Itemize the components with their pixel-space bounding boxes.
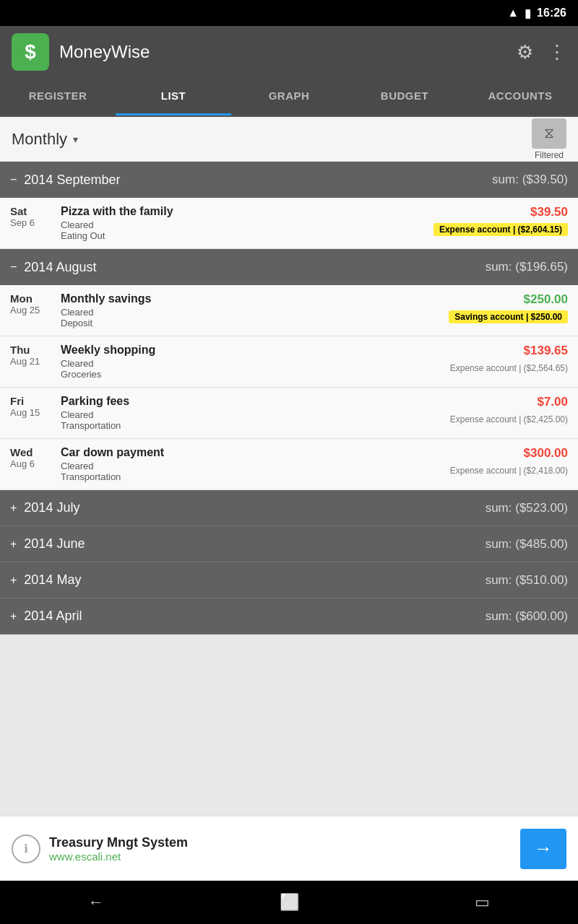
tx-day: Thu [10, 344, 61, 356]
tx-amount: $300.00 [450, 446, 568, 461]
tx-account-text: Expense account | ($2,418.00) [450, 466, 568, 476]
filter-button[interactable]: ⧖ [532, 118, 566, 149]
ad-text: Treasury Mngt System www.escali.net [49, 835, 520, 863]
filter-bar: Monthly ▾ ⧖ Filtered [0, 117, 578, 162]
tx-date-num: Aug 6 [10, 458, 61, 469]
month-sum-jul2014: sum: ($523.00) [486, 501, 568, 515]
table-row[interactable]: Wed Aug 6 Car down payment Cleared Trans… [0, 439, 578, 490]
table-row[interactable]: Sat Sep 6 Pizza with the family Cleared … [0, 198, 578, 249]
tx-date: Thu Aug 21 [10, 344, 61, 367]
month-header-sep2014[interactable]: − 2014 September sum: ($39.50) [0, 162, 578, 198]
settings-icon[interactable]: ⚙ [517, 41, 533, 64]
tx-date-num: Aug 25 [10, 305, 61, 315]
funnel-icon: ⧖ [544, 125, 554, 141]
status-bar: ▲ ▮ 16:26 [0, 0, 578, 26]
expand-icon-apr: + [10, 610, 17, 623]
tab-graph[interactable]: GRAPH [231, 78, 347, 116]
tx-category: Transportation [61, 420, 450, 431]
tx-amount: $7.00 [450, 395, 568, 409]
month-sum-apr2014: sum: ($600.00) [486, 609, 568, 624]
tab-list[interactable]: LIST [116, 78, 231, 116]
expand-icon-may: + [10, 574, 17, 587]
tx-name: Weekly shopping [61, 344, 450, 357]
tx-status: Cleared [61, 219, 434, 230]
expand-icon-jul: + [10, 502, 17, 515]
tx-details: Parking fees Cleared Transportation [61, 395, 450, 431]
month-label-may2014: 2014 May [24, 572, 485, 588]
tx-amounts: $300.00 Expense account | ($2,418.00) [450, 446, 568, 476]
month-sum-sep2014: sum: ($39.50) [492, 173, 568, 187]
tx-details: Weekly shopping Cleared Groceries [61, 344, 450, 380]
arrow-icon: → [534, 837, 553, 860]
month-header-apr2014[interactable]: + 2014 April sum: ($600.00) [0, 598, 578, 635]
month-sum-may2014: sum: ($510.00) [486, 573, 568, 588]
tx-status: Cleared [61, 307, 449, 318]
period-selector[interactable]: Monthly ▾ [12, 130, 532, 149]
ad-title: Treasury Mngt System [49, 835, 520, 850]
tx-amount: $250.00 [449, 292, 568, 307]
tx-amount: $139.65 [450, 344, 568, 358]
nav-home-button[interactable]: ⬜ [262, 887, 316, 918]
month-label-apr2014: 2014 April [24, 609, 485, 624]
tx-day: Mon [10, 292, 61, 305]
tab-accounts[interactable]: ACCOUNTS [462, 78, 578, 116]
tx-account-badge: Savings account | $250.00 [449, 310, 568, 323]
app-title: MoneyWise [59, 42, 517, 62]
wifi-icon: ▲ [507, 6, 519, 19]
tx-amounts: $7.00 Expense account | ($2,425.00) [450, 395, 568, 425]
filter-actions: ⧖ Filtered [532, 118, 566, 160]
tx-status: Cleared [61, 358, 450, 369]
tx-date: Mon Aug 25 [10, 292, 61, 315]
more-options-icon[interactable]: ⋮ [548, 41, 566, 64]
tx-details: Car down payment Cleared Transportation [61, 446, 450, 482]
tx-date: Fri Aug 15 [10, 395, 61, 418]
tx-status: Cleared [61, 461, 450, 471]
tx-details: Monthly savings Cleared Deposit [61, 292, 449, 328]
collapse-icon-sep: − [10, 173, 17, 186]
tx-account-text: Expense account | ($2,564.65) [450, 363, 568, 373]
filter-label: Filtered [535, 150, 564, 160]
month-label-sep2014: 2014 September [24, 173, 492, 188]
table-row[interactable]: Mon Aug 25 Monthly savings Cleared Depos… [0, 285, 578, 336]
app-logo: $ [12, 33, 49, 71]
month-sum-aug2014: sum: ($196.65) [486, 260, 568, 274]
month-header-jul2014[interactable]: + 2014 July sum: ($523.00) [0, 490, 578, 526]
tx-details: Pizza with the family Cleared Eating Out [61, 205, 434, 241]
ad-banner: ℹ Treasury Mngt System www.escali.net → [0, 816, 578, 881]
month-header-aug2014[interactable]: − 2014 August sum: ($196.65) [0, 249, 578, 285]
month-header-jun2014[interactable]: + 2014 June sum: ($485.00) [0, 526, 578, 562]
tx-category: Eating Out [61, 230, 434, 241]
tx-date-num: Aug 15 [10, 407, 61, 418]
table-row[interactable]: Thu Aug 21 Weekly shopping Cleared Groce… [0, 336, 578, 388]
transaction-list: − 2014 September sum: ($39.50) Sat Sep 6… [0, 162, 578, 816]
tx-account-badge: Expense account | ($2,604.15) [434, 223, 568, 236]
tx-name: Pizza with the family [61, 205, 434, 218]
collapse-icon-aug: − [10, 261, 17, 274]
tx-amounts: $39.50 Expense account | ($2,604.15) [434, 205, 568, 236]
table-row[interactable]: Fri Aug 15 Parking fees Cleared Transpor… [0, 388, 578, 439]
tx-category: Groceries [61, 369, 450, 380]
tx-amounts: $139.65 Expense account | ($2,564.65) [450, 344, 568, 374]
tx-date-num: Sep 6 [10, 217, 61, 228]
tx-amounts: $250.00 Savings account | $250.00 [449, 292, 568, 323]
tx-status: Cleared [61, 409, 450, 420]
nav-recents-button[interactable]: ▭ [457, 887, 507, 918]
tx-day: Wed [10, 446, 61, 458]
expand-icon-jun: + [10, 538, 17, 551]
month-sum-jun2014: sum: ($485.00) [486, 537, 568, 552]
tx-day: Sat [10, 205, 61, 217]
tab-budget[interactable]: BUDGET [347, 78, 462, 116]
ad-url: www.escali.net [49, 850, 520, 863]
tx-account-text: Expense account | ($2,425.00) [450, 414, 568, 424]
tab-bar: REGISTER LIST GRAPH BUDGET ACCOUNTS [0, 78, 578, 117]
tab-register[interactable]: REGISTER [0, 78, 116, 116]
tx-amount: $39.50 [434, 205, 568, 219]
ad-cta-button[interactable]: → [520, 829, 566, 869]
month-header-may2014[interactable]: + 2014 May sum: ($510.00) [0, 562, 578, 598]
nav-back-button[interactable]: ← [71, 887, 121, 918]
tx-name: Car down payment [61, 446, 450, 459]
ad-info-icon: ℹ [12, 834, 40, 863]
tx-name: Parking fees [61, 395, 450, 408]
tx-date-num: Aug 21 [10, 356, 61, 367]
tx-date: Wed Aug 6 [10, 446, 61, 469]
